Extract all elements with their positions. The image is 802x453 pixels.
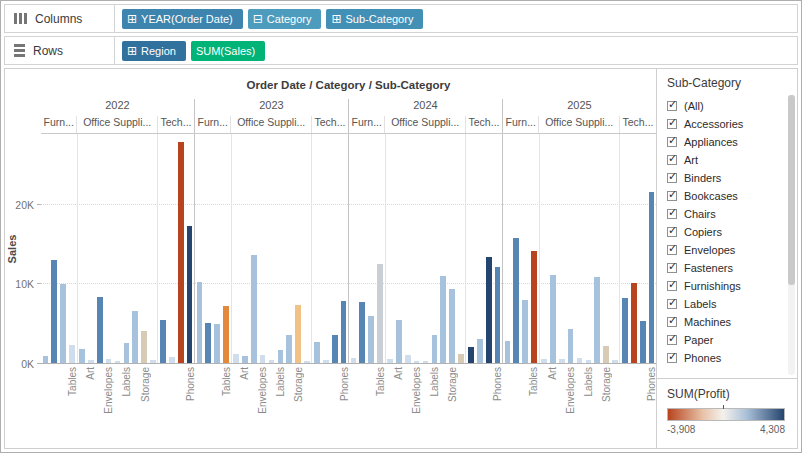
bar-2023-2[interactable] xyxy=(205,323,211,363)
bar-2023-14[interactable] xyxy=(314,342,320,363)
bar-2025-9[interactable] xyxy=(577,358,583,363)
rows-pills-area[interactable]: ⊞RegionSUM(Sales) xyxy=(115,37,797,64)
profit-color-gradient[interactable] xyxy=(667,408,785,421)
bar-2025-16[interactable] xyxy=(640,321,646,363)
bar-2022-11[interactable] xyxy=(132,311,138,363)
bar-2024-12[interactable] xyxy=(449,289,455,363)
bar-2024-3[interactable] xyxy=(368,316,374,363)
checkbox[interactable] xyxy=(667,353,677,363)
filter-item-fasteners[interactable]: Fasteners xyxy=(667,259,783,277)
bar-2023-12[interactable] xyxy=(295,305,301,363)
filter-item-art[interactable]: Art xyxy=(667,151,783,169)
bar-2025-14[interactable] xyxy=(622,298,628,363)
bar-2024-1[interactable] xyxy=(351,358,357,363)
bar-2025-5[interactable] xyxy=(541,359,547,363)
pill-region[interactable]: ⊞Region xyxy=(122,41,186,61)
expand-plus-icon[interactable]: ⊞ xyxy=(127,13,137,25)
bar-2022-15[interactable] xyxy=(169,357,175,363)
bar-2024-15[interactable] xyxy=(477,339,483,363)
expand-plus-icon[interactable]: ⊞ xyxy=(127,45,137,57)
checkbox[interactable] xyxy=(667,191,677,201)
bar-2025-2[interactable] xyxy=(513,238,519,363)
filter-item-accessories[interactable]: Accessories xyxy=(667,115,783,133)
checkbox[interactable] xyxy=(667,119,677,129)
filter-item-chairs[interactable]: Chairs xyxy=(667,205,783,223)
filter-scrollbar[interactable] xyxy=(788,95,795,375)
bar-2022-6[interactable] xyxy=(88,360,94,363)
bar-2023-4[interactable] xyxy=(223,306,229,363)
bar-2024-11[interactable] xyxy=(440,276,446,363)
bar-2022-16[interactable] xyxy=(178,142,184,363)
bar-2025-15[interactable] xyxy=(631,283,637,363)
bar-2025-3[interactable] xyxy=(522,300,528,363)
bar-2022-12[interactable] xyxy=(141,331,147,363)
bar-2024-2[interactable] xyxy=(359,302,365,363)
pill-category[interactable]: ⊟Category xyxy=(248,9,322,29)
bar-2022-9[interactable] xyxy=(115,361,121,363)
bar-2024-4[interactable] xyxy=(377,264,383,363)
bar-2024-16[interactable] xyxy=(486,257,492,363)
filter-item-labels[interactable]: Labels xyxy=(667,295,783,313)
bar-2023-11[interactable] xyxy=(286,335,292,363)
collapse-minus-icon[interactable]: ⊟ xyxy=(253,13,263,25)
checkbox[interactable] xyxy=(667,209,677,219)
checkbox[interactable] xyxy=(667,173,677,183)
bar-2023-17[interactable] xyxy=(341,301,347,363)
filter-item-furnishings[interactable]: Furnishings xyxy=(667,277,783,295)
bar-2022-4[interactable] xyxy=(69,345,75,363)
checkbox[interactable] xyxy=(667,101,677,111)
pill-sub-category[interactable]: ⊞Sub-Category xyxy=(326,9,423,29)
bar-2022-14[interactable] xyxy=(160,320,166,363)
filter-item-bookcases[interactable]: Bookcases xyxy=(667,187,783,205)
bar-2022-2[interactable] xyxy=(51,260,57,363)
bar-2025-7[interactable] xyxy=(559,359,565,363)
bar-2022-8[interactable] xyxy=(106,359,112,363)
checkbox[interactable] xyxy=(667,317,677,327)
filter-item-envelopes[interactable]: Envelopes xyxy=(667,241,783,259)
bar-2024-7[interactable] xyxy=(405,355,411,363)
bar-2022-1[interactable] xyxy=(43,356,49,363)
bar-2024-6[interactable] xyxy=(396,320,402,363)
filter-item-phones[interactable]: Phones xyxy=(667,349,783,367)
bar-2023-9[interactable] xyxy=(269,360,275,363)
bar-2024-14[interactable] xyxy=(468,347,474,363)
bar-2025-4[interactable] xyxy=(531,251,537,363)
bar-2022-5[interactable] xyxy=(79,349,85,363)
bar-2025-13[interactable] xyxy=(612,360,618,363)
bar-2022-3[interactable] xyxy=(60,284,66,363)
filter-item-binders[interactable]: Binders xyxy=(667,169,783,187)
filter-item-paper[interactable]: Paper xyxy=(667,331,783,349)
checkbox[interactable] xyxy=(667,137,677,147)
pill-sum-sales[interactable]: SUM(Sales) xyxy=(191,41,265,61)
checkbox[interactable] xyxy=(667,245,677,255)
filter-item-copiers[interactable]: Copiers xyxy=(667,223,783,241)
bar-2023-10[interactable] xyxy=(278,350,284,363)
bar-2023-15[interactable] xyxy=(323,360,329,363)
bar-2025-1[interactable] xyxy=(505,341,511,363)
bar-2024-17[interactable] xyxy=(495,267,501,363)
bar-2022-17[interactable] xyxy=(187,226,193,363)
filter-item-all[interactable]: (All) xyxy=(667,97,783,115)
bar-2025-6[interactable] xyxy=(550,275,556,363)
bar-2025-8[interactable] xyxy=(568,329,574,363)
bar-2024-5[interactable] xyxy=(387,359,393,363)
bar-2022-13[interactable] xyxy=(150,360,156,363)
bar-2023-3[interactable] xyxy=(214,324,220,363)
checkbox[interactable] xyxy=(667,335,677,345)
bar-2024-9[interactable] xyxy=(423,361,429,363)
checkbox[interactable] xyxy=(667,227,677,237)
columns-pills-area[interactable]: ⊞YEAR(Order Date)⊟Category⊞Sub-Category xyxy=(115,5,797,32)
filter-item-appliances[interactable]: Appliances xyxy=(667,133,783,151)
checkbox[interactable] xyxy=(667,281,677,291)
bar-2025-11[interactable] xyxy=(594,277,600,363)
scrollbar-thumb[interactable] xyxy=(788,95,795,285)
bar-2023-5[interactable] xyxy=(233,354,239,363)
bar-2024-10[interactable] xyxy=(432,335,438,363)
bar-2023-6[interactable] xyxy=(242,356,248,363)
checkbox[interactable] xyxy=(667,155,677,165)
expand-plus-icon[interactable]: ⊞ xyxy=(331,13,341,25)
bar-2025-17[interactable] xyxy=(649,192,655,363)
checkbox[interactable] xyxy=(667,299,677,309)
pill-year-order-date[interactable]: ⊞YEAR(Order Date) xyxy=(122,9,243,29)
bar-2023-16[interactable] xyxy=(332,335,338,363)
